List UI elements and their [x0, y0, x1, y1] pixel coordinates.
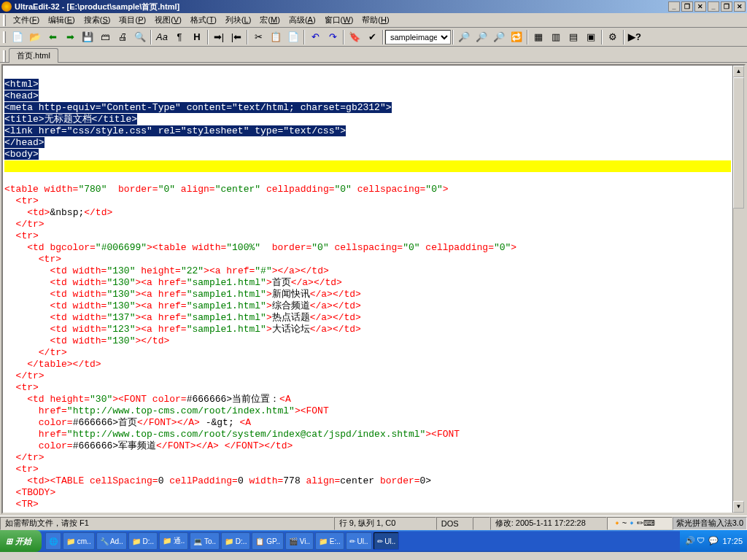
tray-icon[interactable]: 💬 — [708, 536, 719, 546]
system-tray[interactable]: 🔊 🛡 💬 17:25 — [680, 530, 747, 552]
mdi-close-button[interactable]: ✕ — [734, 1, 746, 12]
menu-handle[interactable] — [3, 15, 6, 26]
mdi-minimize-button[interactable]: _ — [708, 1, 719, 12]
status-position: 行 9, 纵列 1, C0 — [334, 517, 436, 530]
app-icon — [1, 1, 12, 12]
config-button[interactable]: ⚙ — [605, 29, 621, 45]
replace-button[interactable]: 🔁 — [508, 29, 525, 45]
copy-button[interactable]: 📋 — [268, 29, 284, 45]
status-blank1 — [473, 517, 490, 530]
scroll-down-button[interactable]: ▼ — [733, 501, 744, 513]
menu-w[interactable]: 窗口(W) — [320, 14, 358, 26]
toolbar: 📄 📂 ⬅ ➡ 💾 🗃 🖨 🔍 Aa ¶ H ➡| |⬅ ✂ 📋 📄 ↶ ↷ 🔖… — [0, 28, 747, 47]
editor-area: <html> <head> <meta http-equiv="Content-… — [1, 64, 746, 514]
print-button[interactable]: 🖨 — [115, 29, 131, 45]
windows-taskbar: ⊞ 开始 🌐📁 cm..🔧 Ad..📁 D:..📁 通..💻 To..📁 D:.… — [0, 530, 747, 552]
view2-button[interactable]: ▥ — [548, 29, 564, 45]
taskbar-item[interactable]: 📋 GP.. — [252, 532, 284, 550]
find-button[interactable]: 🔎 — [456, 29, 472, 45]
status-bar: 如需帮助文件，请按 F1 行 9, 纵列 1, C0 DOS 修改: 2005-… — [0, 516, 747, 530]
toolbar-handle[interactable] — [3, 31, 6, 43]
menu-e[interactable]: 编辑(E) — [44, 14, 80, 26]
taskbar-item[interactable]: 🌐 — [45, 532, 61, 550]
hex-button[interactable]: H — [189, 29, 205, 45]
open-button[interactable]: 📂 — [27, 29, 43, 45]
code-editor[interactable]: <html> <head> <meta http-equiv="Content-… — [3, 66, 732, 513]
menu-bar: 文件(F)编辑(E)搜索(S)项目(P)视图(V)格式(T)列块(L)宏(M)高… — [0, 13, 747, 28]
redo-button[interactable]: ↷ — [325, 29, 341, 45]
restore-button[interactable]: ❐ — [681, 1, 693, 12]
paste-button[interactable]: 📄 — [285, 29, 301, 45]
menu-f[interactable]: 文件(F) — [9, 14, 44, 26]
scroll-up-button[interactable]: ▲ — [733, 66, 744, 77]
view1-button[interactable]: ▦ — [530, 29, 546, 45]
taskbar-item[interactable]: 📁 cm.. — [63, 532, 95, 550]
menu-l[interactable]: 列块(L) — [221, 14, 255, 26]
windows-logo-icon: ⊞ — [6, 537, 12, 546]
status-encoding: DOS — [436, 517, 473, 530]
find-next-button[interactable]: 🔎 — [473, 29, 489, 45]
start-button[interactable]: ⊞ 开始 — [0, 530, 42, 552]
save-button[interactable]: 💾 — [80, 29, 96, 45]
menu-h[interactable]: 帮助(H) — [357, 14, 393, 26]
preview-button[interactable]: 🔍 — [132, 29, 148, 45]
document-tab-bar: 首页.html — [0, 47, 747, 63]
taskbar-item[interactable]: 📁 E:.. — [315, 532, 344, 550]
ime-indicator[interactable]: 紫光拼音输入法3.0 — [673, 517, 747, 530]
toggle-case-button[interactable]: Aa — [154, 29, 170, 45]
context-help-button[interactable]: ▶? — [627, 29, 643, 45]
word-wrap-button[interactable]: ¶ — [171, 29, 187, 45]
findtext-combo[interactable]: sampleimages — [385, 30, 451, 44]
menu-v[interactable]: 视图(V) — [150, 14, 186, 26]
taskbar-item[interactable]: 🔧 Ad.. — [96, 532, 127, 550]
taskbar-item[interactable]: 📁 D:.. — [128, 532, 158, 550]
vertical-scrollbar[interactable]: ▲ ▼ — [732, 66, 744, 513]
taskbar-item[interactable]: 📁 通.. — [159, 532, 188, 550]
view4-button[interactable]: ▣ — [583, 29, 599, 45]
mdi-restore-button[interactable]: ❐ — [721, 1, 732, 12]
bookmark-button[interactable]: 🔖 — [347, 29, 363, 45]
close-button[interactable]: ✕ — [694, 1, 706, 12]
start-label: 开始 — [15, 536, 31, 547]
forward-button[interactable]: ➡ — [62, 29, 78, 45]
minimize-button[interactable]: _ — [668, 1, 680, 12]
clock[interactable]: 17:25 — [722, 537, 743, 545]
window-title: UltraEdit-32 - [E:\product\sample\首页.htm… — [15, 1, 179, 12]
outdent-button[interactable]: |⬅ — [228, 29, 244, 45]
taskbar-item[interactable]: 🎬 Vi.. — [285, 532, 314, 550]
cut-button[interactable]: ✂ — [250, 29, 266, 45]
status-modified: 修改: 2005-1-11 17:22:28 — [490, 517, 607, 530]
menu-p[interactable]: 项目(P) — [115, 14, 150, 26]
menu-s[interactable]: 搜索(S) — [80, 14, 115, 26]
new-button[interactable]: 📄 — [9, 29, 26, 45]
back-button[interactable]: ⬅ — [44, 29, 61, 45]
title-bar: UltraEdit-32 - [E:\product\sample\首页.htm… — [0, 0, 747, 13]
menu-a[interactable]: 高级(A) — [285, 14, 320, 26]
saveall-button[interactable]: 🗃 — [97, 29, 113, 45]
taskbar-item[interactable]: 💻 To.. — [190, 532, 220, 550]
status-help: 如需帮助文件，请按 F1 — [0, 517, 334, 530]
taskbar-item[interactable]: ✏ Ul.. — [374, 532, 400, 550]
undo-button[interactable]: ↶ — [307, 29, 323, 45]
menu-m[interactable]: 宏(M) — [255, 14, 285, 26]
spellcheck-button[interactable]: ✔ — [364, 29, 380, 45]
document-tab[interactable]: 首页.html — [9, 48, 58, 63]
taskbar-item[interactable]: ✏ Ul.. — [346, 532, 372, 550]
find-prev-button[interactable]: 🔎 — [491, 29, 507, 45]
tray-icon[interactable]: 🔊 — [685, 536, 695, 546]
tray-icon[interactable]: 🛡 — [697, 536, 707, 546]
tab-handle[interactable] — [3, 50, 6, 62]
ime-icons[interactable]: 🔸~🔹✏⌨ — [607, 517, 673, 530]
scroll-thumb[interactable] — [733, 77, 744, 209]
taskbar-item[interactable]: 📁 D:.. — [221, 532, 250, 550]
indent-button[interactable]: ➡| — [211, 29, 227, 45]
menu-t[interactable]: 格式(T) — [186, 14, 221, 26]
view3-button[interactable]: ▤ — [565, 29, 581, 45]
